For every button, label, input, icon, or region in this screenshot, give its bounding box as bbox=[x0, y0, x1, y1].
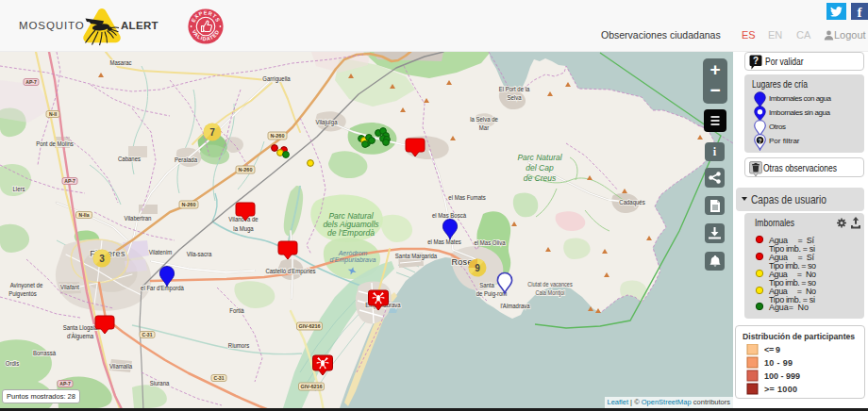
svg-text:el Mas Boscà: el Mas Boscà bbox=[432, 211, 467, 220]
svg-text:Santa: Santa bbox=[479, 281, 494, 289]
svg-text:Ciutat de vacances: Ciutat de vacances bbox=[527, 281, 573, 288]
svg-text:10 - 99: 10 - 99 bbox=[764, 358, 793, 368]
svg-text:d'Àlguema: d'Àlguema bbox=[67, 332, 94, 340]
svg-text:N-IIa: N-IIa bbox=[79, 212, 90, 218]
svg-text:Borrassà: Borrassà bbox=[33, 349, 57, 357]
svg-text:Llers: Llers bbox=[13, 185, 25, 193]
svg-text:AP-7: AP-7 bbox=[25, 79, 37, 85]
svg-text:del Cap: del Cap bbox=[526, 163, 554, 173]
svg-text:Garriguella: Garriguella bbox=[262, 74, 291, 83]
svg-text:GIV-6216: GIV-6216 bbox=[300, 384, 322, 389]
svg-text:Avinyonet de: Avinyonet de bbox=[10, 281, 43, 289]
svg-text:de l'Empordà: de l'Empordà bbox=[327, 228, 375, 238]
svg-text:Masarac: Masarac bbox=[110, 58, 132, 67]
svg-text:Vilafant: Vilafant bbox=[60, 283, 80, 291]
svg-text:N-II: N-II bbox=[49, 111, 58, 117]
svg-text:Cadaqués: Cadaqués bbox=[619, 198, 645, 206]
svg-text:Imbornales con agua: Imbornales con agua bbox=[769, 94, 832, 103]
svg-text:Castelló d'Empúries: Castelló d'Empúries bbox=[265, 267, 315, 275]
svg-text:Parc Natural: Parc Natural bbox=[517, 153, 562, 162]
svg-text:>= 1000: >= 1000 bbox=[764, 385, 797, 394]
svg-text:Otros: Otros bbox=[769, 123, 786, 131]
svg-text:de Creus: de Creus bbox=[524, 173, 557, 183]
svg-text:Por filtrar: Por filtrar bbox=[769, 137, 800, 145]
svg-text:Cala Montjoi: Cala Montjoi bbox=[535, 289, 564, 297]
svg-text:N-260: N-260 bbox=[239, 167, 253, 173]
svg-text:Agua= No: Agua= No bbox=[769, 303, 809, 312]
svg-text:d'Empuriabrava: d'Empuriabrava bbox=[330, 256, 376, 264]
svg-text:Imbornales sin agua: Imbornales sin agua bbox=[769, 108, 831, 117]
svg-text:Vila-sacra: Vila-sacra bbox=[187, 250, 212, 258]
svg-text:Vilamalla: Vilamalla bbox=[109, 362, 133, 370]
svg-text:C-31: C-31 bbox=[214, 375, 225, 381]
svg-text:Mar: Mar bbox=[479, 123, 490, 132]
svg-text:el Mas Mates: el Mas Mates bbox=[427, 238, 461, 246]
svg-text:GIV-6216: GIV-6216 bbox=[298, 323, 320, 329]
svg-text:de Puig-rom: de Puig-rom bbox=[476, 289, 508, 298]
svg-text:Cabanes: Cabanes bbox=[118, 155, 141, 163]
svg-text:la Muga: la Muga bbox=[233, 224, 254, 233]
svg-text:100 - 999: 100 - 999 bbox=[764, 371, 800, 381]
svg-text:9: 9 bbox=[475, 263, 480, 273]
svg-text:Puigventós: Puigventós bbox=[8, 289, 37, 298]
svg-text:l'Almadrava: l'Almadrava bbox=[500, 302, 530, 310]
svg-text:N-260: N-260 bbox=[182, 202, 196, 207]
svg-text:la Selva de: la Selva de bbox=[470, 115, 498, 123]
svg-text:?: ? bbox=[753, 56, 759, 66]
svg-text:7: 7 bbox=[209, 127, 215, 138]
svg-text:3: 3 bbox=[99, 254, 105, 264]
svg-text:Siurana: Siurana bbox=[150, 379, 170, 387]
svg-text:Fortià: Fortià bbox=[229, 306, 244, 315]
svg-text:Pont de Molins: Pont de Molins bbox=[36, 140, 74, 148]
svg-text:N-260: N-260 bbox=[271, 133, 285, 139]
svg-text:El Port de la: El Port de la bbox=[499, 85, 530, 93]
svg-text:el Mas Oliva: el Mas Oliva bbox=[475, 238, 507, 247]
svg-text:el Mas Fumats: el Mas Fumats bbox=[448, 193, 486, 202]
svg-text:C-31: C-31 bbox=[142, 332, 153, 337]
svg-text:Selva: Selva bbox=[508, 93, 523, 102]
svg-text:Vilatenim: Vilatenim bbox=[149, 248, 173, 256]
svg-text:AP-7: AP-7 bbox=[59, 381, 71, 386]
svg-text:Peralada: Peralada bbox=[175, 156, 198, 164]
svg-text:el Far d'Empordà: el Far d'Empordà bbox=[141, 284, 184, 292]
svg-text:Ordis: Ordis bbox=[6, 359, 19, 368]
svg-text:Santa Margarida: Santa Margarida bbox=[395, 252, 438, 260]
svg-text:Aeròdrom: Aeròdrom bbox=[338, 250, 368, 256]
svg-text:AP-7: AP-7 bbox=[64, 178, 75, 184]
svg-text:<= 9: <= 9 bbox=[764, 345, 780, 354]
svg-text:Vilajuïga: Vilajuïga bbox=[316, 118, 339, 126]
svg-text:Vilabertran: Vilabertran bbox=[125, 214, 152, 222]
svg-text:?: ? bbox=[759, 138, 762, 144]
svg-text:Santa Llogaia: Santa Llogaia bbox=[63, 323, 98, 332]
svg-text:Riumors: Riumors bbox=[228, 341, 249, 350]
